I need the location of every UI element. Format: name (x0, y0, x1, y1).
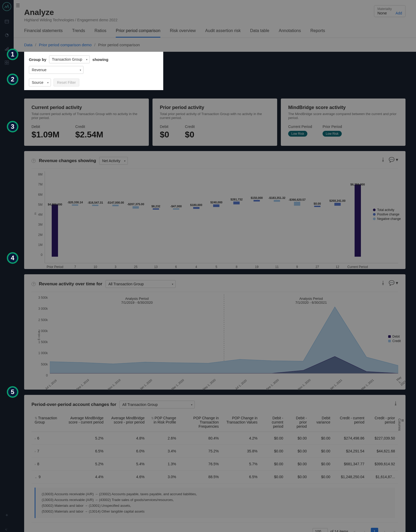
col-header[interactable]: ⇅POP Change in Risk Profile (148, 413, 179, 432)
download-icon[interactable]: ⭳ (381, 280, 386, 286)
svg-rect-3 (5, 49, 6, 51)
current-debit-value: $1.09M (31, 130, 60, 140)
score-card-desc: The MindBridge score average compared be… (288, 112, 398, 120)
area-title: Revenue activity over time for (39, 281, 102, 287)
tab-ratios[interactable]: Ratios (94, 25, 106, 38)
download-icon[interactable]: ⭳ (381, 157, 386, 163)
waterfall-y-axis: 8M 7M 6M 5M 4M 3M 2M 1M 0 (31, 171, 45, 263)
breadcrumb-data[interactable]: Data (24, 43, 33, 47)
svg-rect-6 (5, 61, 7, 62)
page-last[interactable]: » (391, 528, 398, 532)
area-y-axis: 3 500k 3 000k 2 500k 2 000k 1 500k 1 000… (31, 295, 50, 384)
svg-rect-4 (6, 48, 7, 51)
col-header[interactable]: POP Change in Transaction Frequencies (179, 413, 222, 432)
filter-bar: Group by Transaction Group showing Reven… (24, 52, 163, 90)
tabs-bar: Financial statements Trends Ratios Prior… (14, 25, 416, 38)
svg-rect-9 (7, 63, 9, 64)
table-title: Period-over-period account changes for (31, 402, 116, 407)
svg-point-10 (7, 529, 7, 529)
col-header[interactable]: ⇅Transaction Group (31, 413, 64, 432)
current-period-card: Current period activity Total current pe… (24, 99, 149, 146)
page-title: Analyze (24, 8, 406, 17)
page-next[interactable]: › (381, 528, 388, 532)
col-header[interactable]: Average MindBridge score - current perio… (64, 413, 107, 432)
tab-audit-assertion-risk[interactable]: Audit assertion risk (205, 25, 241, 38)
source-dropdown[interactable]: Source (29, 79, 51, 86)
columns-toggle[interactable]: Columns (398, 419, 404, 431)
page-1[interactable]: 1 (371, 528, 378, 532)
tour-marker-3: 3 (7, 121, 18, 132)
current-card-desc: Total current period activity of Transac… (31, 112, 141, 120)
svg-rect-7 (7, 61, 9, 62)
download-icon[interactable]: ⭳ (393, 401, 398, 406)
breadcrumb-current: Prior period comparison (98, 43, 140, 47)
area-group-dropdown[interactable]: All Transaction Group (106, 280, 176, 288)
current-card-title: Current period activity (31, 105, 141, 110)
tour-marker-4: 4 (7, 252, 18, 264)
info-icon[interactable]: ? (31, 159, 36, 163)
comment-icon[interactable]: 💬 ▾ (389, 280, 398, 286)
nav-item-2[interactable] (4, 32, 10, 38)
col-header[interactable]: Debit variance (310, 413, 334, 432)
materiality-label: Materiality (377, 7, 402, 11)
table-row[interactable]: ›65.2%4.8%2.6%80.4%4.2%$0.00$0.00$0.00$2… (31, 432, 398, 445)
score-card-title: MindBridge score activity (288, 105, 398, 110)
table-panel: Period-over-period account changes for A… (24, 395, 406, 532)
table-row[interactable]: ›85.2%5.4%1.3%76.5%5.7%$0.00$0.00$0.00$6… (31, 458, 398, 471)
svg-rect-8 (5, 63, 7, 64)
prior-period-card: Prior period activity Total prior period… (152, 99, 277, 146)
prior-risk-pill: Low Risk (323, 131, 342, 137)
nav-settings-icon[interactable] (4, 526, 10, 532)
col-header[interactable]: Credit - prior period (367, 413, 398, 432)
tab-trends[interactable]: Trends (72, 25, 85, 38)
table-row[interactable]: ›76.5%6.0%3.4%75.2%35.8%$0.00$0.00$0.00$… (31, 445, 398, 458)
hamburger-icon[interactable]: ☰ (16, 3, 20, 8)
page-subtitle: Highland Wilding Technologies / Engageme… (24, 18, 406, 22)
nav-add-icon[interactable]: + (4, 512, 10, 518)
prior-debit-value: $0 (160, 130, 169, 140)
area-plot[interactable]: Analysis Period 7/1/2019 - 6/30/2020 Ana… (50, 295, 398, 384)
area-legend: Debit Credit (388, 335, 401, 344)
nav-item-1[interactable] (4, 18, 10, 25)
col-header[interactable]: POP Change in Transaction Values (222, 413, 261, 432)
page-size-select[interactable]: 100 ⌄ (313, 528, 328, 532)
tab-risk-overview[interactable]: Risk overview (170, 25, 196, 38)
table-row[interactable]: ⌄94.4%4.6%3.0%88.5%6.5%$0.00$0.00$0.00$1… (31, 471, 398, 483)
col-header[interactable]: Debit - current period (261, 413, 286, 432)
app-logo[interactable] (2, 2, 11, 11)
expanded-row-detail: (13003) Accounts receivable (A/R) → (230… (35, 488, 395, 518)
tab-reports[interactable]: Reports (310, 25, 325, 38)
prior-card-title: Prior period activity (160, 105, 270, 110)
col-header[interactable]: Average MindBridge score - prior period (107, 413, 148, 432)
area-panel: ? Revenue activity over time for All Tra… (24, 274, 406, 390)
current-credit-value: $2.54M (75, 130, 103, 140)
materiality-add-link[interactable]: Add (396, 11, 402, 15)
col-header[interactable]: Credit - current period (333, 413, 367, 432)
pagination: 100 ⌄ of 14 items « ‹ 1 › » (31, 528, 398, 532)
tab-annotations[interactable]: Annotations (279, 25, 301, 38)
tour-marker-2: 2 (7, 74, 18, 85)
waterfall-metric-dropdown[interactable]: Net Activity (99, 157, 128, 165)
waterfall-title: Revenue changes showing (39, 158, 96, 163)
summary-cards-row: Current period activity Total current pe… (14, 93, 416, 146)
prior-card-desc: Total prior period activity of Transacti… (160, 112, 270, 120)
nav-item-4[interactable] (4, 59, 10, 66)
info-icon[interactable]: ? (31, 282, 36, 286)
tab-financial-statements[interactable]: Financial statements (24, 25, 63, 38)
reset-filter-button[interactable]: Reset Filter (54, 79, 79, 86)
page-prev[interactable]: ‹ (361, 528, 368, 532)
col-header[interactable]: Debit - prior period (286, 413, 310, 432)
tab-prior-period-comparison[interactable]: Prior period comparison (116, 25, 160, 38)
showing-dropdown[interactable]: Revenue (29, 66, 83, 74)
tab-data-table[interactable]: Data table (250, 25, 269, 38)
table-group-dropdown[interactable]: All Transaction Group (119, 401, 195, 409)
comment-icon[interactable]: 💬 ▾ (389, 157, 398, 163)
group-by-dropdown[interactable]: Transaction Group (49, 55, 90, 63)
pagination-total: of 14 items (330, 529, 348, 532)
page-first[interactable]: « (351, 528, 358, 532)
pop-changes-table: ⇅Transaction GroupAverage MindBridge sco… (31, 413, 398, 523)
breadcrumb-demo[interactable]: Prior period comparison demo (39, 43, 92, 47)
score-activity-card: MindBridge score activity The MindBridge… (281, 99, 406, 146)
waterfall-plot[interactable]: Prior Period$4,900,0007-$20,330.1410-$16… (45, 171, 398, 263)
breadcrumb: Data / Prior period comparison demo / Pr… (14, 38, 416, 52)
